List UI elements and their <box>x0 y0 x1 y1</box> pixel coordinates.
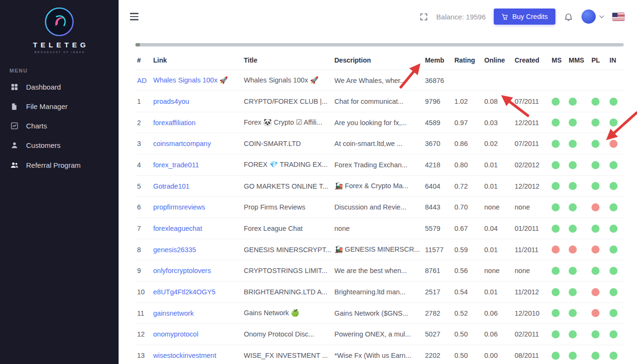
table-row[interactable]: 7 forexleaguechat Forex League Chat none… <box>135 218 624 239</box>
cell-rating: 1.02 <box>452 91 482 112</box>
row-link[interactable]: propfirmsreviews <box>153 203 205 211</box>
row-link[interactable]: onomyprotocol <box>153 330 198 338</box>
cell-memb: 11577 <box>423 239 452 260</box>
logo[interactable]: TELETEG BROADCAST OF IDEAS <box>0 0 119 54</box>
table-row[interactable]: 1 proads4you CRYPTO/FOREX CLUB |... Chat… <box>135 91 624 112</box>
cell-memb: 36876 <box>423 70 452 91</box>
cell-title: CRYPTO/FOREX CLUB |... <box>242 91 332 112</box>
column-header-title[interactable]: Title <box>242 50 332 70</box>
menu-toggle-button[interactable] <box>127 10 141 23</box>
cell-memb: 8443 <box>423 197 452 218</box>
row-link[interactable]: coinsmartcompany <box>153 140 211 147</box>
cell-created: 07/2011 <box>513 133 550 155</box>
user-menu[interactable] <box>582 9 604 24</box>
green-status-dot <box>609 267 618 275</box>
column-header-ms[interactable]: MS <box>550 50 567 70</box>
row-link[interactable]: forex_trade011 <box>153 161 199 169</box>
row-link[interactable]: onlyforcryptolovers <box>153 267 211 274</box>
cell-memb: 5027 <box>423 324 452 345</box>
row-link[interactable]: proads4you <box>153 98 189 105</box>
green-status-dot <box>552 309 560 317</box>
column-header-created[interactable]: Created <box>513 50 550 70</box>
row-link[interactable]: genesis26335 <box>153 246 196 254</box>
sidebar-item-charts[interactable]: Charts <box>0 116 119 136</box>
cell-online: 0.08 <box>482 91 513 112</box>
cell-title: Prop Firms Reviews <box>242 197 332 218</box>
avatar <box>582 9 596 24</box>
sidebar-item-file-manager[interactable]: File Manager <box>0 97 119 116</box>
ms-dot-cell <box>550 70 567 91</box>
table-row[interactable]: 11 gainsnetwork Gains Network 🍏 Gains Ne… <box>135 302 624 324</box>
green-status-dot <box>552 140 560 148</box>
pl-dot-cell <box>590 70 608 91</box>
cell-num: 2 <box>135 112 151 133</box>
table-row[interactable]: 2 forexaffiliation Forex 🐼 Crypto ☑ Affi… <box>135 112 624 133</box>
table-row[interactable]: 13 wisestockinvestment WISE_FX INVESTMEN… <box>135 345 624 364</box>
buy-credits-button[interactable]: Buy Credits <box>494 9 555 25</box>
cell-title: BRIGHTEARNING.LTD A... <box>242 282 332 303</box>
cell-online: 0.01 <box>482 239 513 260</box>
table-row[interactable]: 3 coinsmartcompany COIN-SMART.LTD At coi… <box>135 133 624 155</box>
mms-dot-cell <box>567 345 590 364</box>
green-status-dot <box>569 288 577 296</box>
sidebar-item-label: File Manager <box>26 102 68 110</box>
column-header-link[interactable]: Link <box>151 50 242 70</box>
teleteg-logo-icon <box>44 7 74 37</box>
mms-dot-cell <box>567 218 590 239</box>
table-row[interactable]: 9 onlyforcryptolovers CRYPTOSTRINGS LIMI… <box>135 260 624 282</box>
mms-dot-cell <box>567 91 590 112</box>
table-row[interactable]: 5 Gotrade101 GO MARKETS ONLINE T... 🚂 Fo… <box>135 175 624 197</box>
cell-num: 5 <box>135 175 151 197</box>
column-header-memb[interactable]: Memb <box>423 50 452 70</box>
green-status-dot <box>591 118 600 127</box>
column-header-mms[interactable]: MMS <box>567 50 590 70</box>
table-row[interactable]: AD Whales Signals 100x 🚀 Whales Signals … <box>135 70 624 91</box>
green-status-dot <box>552 267 560 275</box>
column-header-online[interactable]: Online <box>482 50 513 70</box>
logo-title: TELETEG <box>0 41 119 49</box>
cell-created: 11/2011 <box>513 239 550 260</box>
cell-online: 0.00 <box>482 345 513 364</box>
column-header-in[interactable]: IN <box>608 50 624 70</box>
row-link[interactable]: wisestockinvestment <box>153 352 216 359</box>
row-link[interactable]: forexleaguechat <box>153 225 202 232</box>
horizontal-scrollbar[interactable] <box>135 43 624 46</box>
table-row[interactable]: 10 e8UTg4Ftl2k4OGY5 BRIGHTEARNING.LTD A.… <box>135 282 624 303</box>
cell-num: 6 <box>135 197 151 218</box>
row-link[interactable]: e8UTg4Ftl2k4OGY5 <box>153 288 215 296</box>
bell-icon[interactable] <box>563 12 573 22</box>
row-link[interactable]: forexaffiliation <box>153 119 195 127</box>
cell-created: 02/2012 <box>513 155 550 176</box>
green-status-dot <box>609 225 618 233</box>
green-status-dot <box>591 182 600 190</box>
sidebar-item-referral-program[interactable]: Referral Program <box>0 155 119 175</box>
in-dot-cell <box>608 112 624 133</box>
cell-memb: 8761 <box>423 260 452 282</box>
row-link[interactable]: Gotrade101 <box>153 182 190 190</box>
row-link[interactable]: gainsnetwork <box>153 309 194 317</box>
cell-rating: 0.52 <box>452 302 482 324</box>
column-header-description[interactable]: Description <box>332 50 423 70</box>
green-status-dot <box>569 140 577 148</box>
cell-created: none <box>513 260 550 282</box>
mms-dot-cell <box>567 239 590 260</box>
us-flag-icon[interactable] <box>612 13 625 21</box>
column-header-num[interactable]: # <box>135 50 151 70</box>
sidebar-item-dashboard[interactable]: Dashboard <box>0 77 119 97</box>
green-status-dot <box>569 330 577 338</box>
cell-num: 1 <box>135 91 151 112</box>
cell-num: 13 <box>135 345 151 364</box>
table-row[interactable]: 8 genesis26335 GENESIS MINERSCRYPT... 🚂 … <box>135 239 624 260</box>
red-status-dot <box>552 246 560 254</box>
fullscreen-icon[interactable] <box>419 12 428 21</box>
green-status-dot <box>609 288 618 296</box>
row-link[interactable]: Whales Signals 100x 🚀 <box>153 76 228 84</box>
column-header-rating[interactable]: Rating <box>452 50 482 70</box>
table-row[interactable]: 12 onomyprotocol Onomy Protocol Disc... … <box>135 324 624 345</box>
column-header-pl[interactable]: PL <box>590 50 608 70</box>
sidebar-item-customers[interactable]: Customers <box>0 136 119 155</box>
table-row[interactable]: 6 propfirmsreviews Prop Firms Reviews Di… <box>135 197 624 218</box>
table-row[interactable]: 4 forex_trade011 FOREX 💎 TRADING EX... F… <box>135 155 624 176</box>
cell-online: 0.03 <box>482 112 513 133</box>
ms-dot-cell <box>550 175 567 197</box>
